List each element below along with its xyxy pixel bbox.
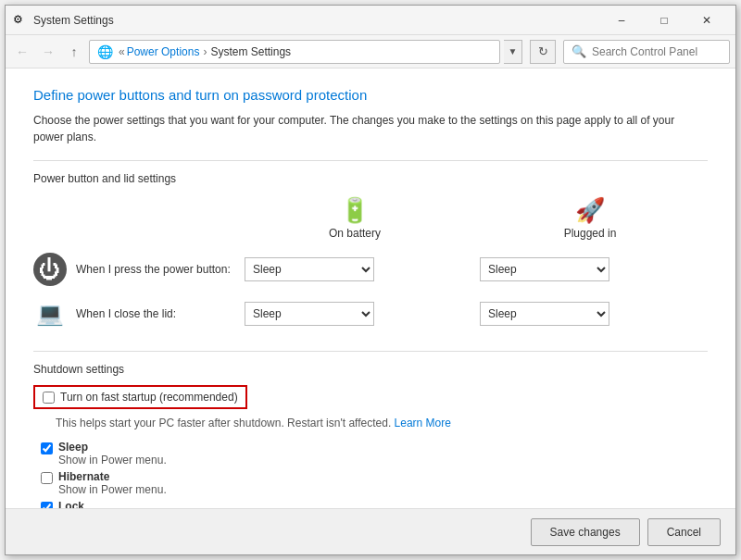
sleep-row: Sleep Show in Power menu.: [41, 441, 708, 467]
lock-label[interactable]: Lock: [58, 500, 210, 508]
lid-icon: 💻: [33, 297, 67, 330]
hibernate-row: Hibernate Show in Power menu.: [41, 470, 708, 496]
maximize-button[interactable]: □: [643, 6, 685, 35]
back-button[interactable]: ←: [11, 41, 33, 63]
column-battery-header: 🔋 On battery: [237, 196, 472, 247]
lid-label: When I close the lid:: [76, 307, 176, 320]
breadcrumb-arrow: ›: [203, 45, 207, 58]
lock-checkbox[interactable]: [41, 502, 53, 508]
search-input[interactable]: [592, 45, 731, 58]
shutdown-section: Shutdown settings Turn on fast startup (…: [33, 363, 708, 508]
refresh-button[interactable]: ↻: [530, 40, 556, 64]
search-icon: 🔍: [571, 44, 586, 58]
power-button-plugged-cell: Sleep Hibernate Shut down Do nothing: [472, 247, 708, 292]
breadcrumb-globe-icon: 🌐: [97, 44, 113, 59]
sleep-desc: Show in Power menu.: [58, 454, 167, 467]
address-dropdown-button[interactable]: ▼: [504, 40, 522, 64]
lid-plugged-cell: Sleep Hibernate Shut down Do nothing: [472, 292, 708, 336]
hibernate-desc: Show in Power menu.: [58, 483, 167, 496]
column-plugged-header: 🚀 Plugged in: [472, 196, 708, 247]
fast-startup-checkbox[interactable]: [43, 392, 55, 404]
close-button[interactable]: ✕: [685, 6, 728, 35]
system-settings-link: System Settings: [210, 45, 291, 58]
battery-icon: 🔋: [237, 196, 472, 225]
sleep-label[interactable]: Sleep: [58, 441, 167, 454]
fast-startup-label[interactable]: Turn on fast startup (recommended): [60, 391, 238, 404]
search-box: 🔍: [563, 40, 730, 64]
shutdown-section-title: Shutdown settings: [33, 363, 708, 376]
sleep-checkbox[interactable]: [41, 442, 53, 454]
page-description: Choose the power settings that you want …: [33, 112, 708, 145]
breadcrumb-sep1: «: [119, 45, 125, 58]
lid-battery-select[interactable]: Sleep Hibernate Shut down Do nothing: [245, 302, 374, 326]
window-controls: – □ ✕: [600, 6, 728, 35]
forward-button[interactable]: →: [37, 41, 59, 63]
title-bar: ⚙ System Settings – □ ✕: [6, 6, 735, 35]
minimize-button[interactable]: –: [600, 6, 643, 35]
cancel-button[interactable]: Cancel: [647, 518, 721, 546]
power-button-battery-select[interactable]: Sleep Hibernate Shut down Do nothing: [245, 257, 374, 281]
up-button[interactable]: ↑: [63, 41, 85, 63]
window-title: System Settings: [33, 14, 600, 27]
section-divider: [33, 160, 708, 161]
footer: Save changes Cancel: [6, 508, 735, 554]
hibernate-content: Hibernate Show in Power menu.: [58, 470, 167, 496]
sleep-content: Sleep Show in Power menu.: [58, 441, 167, 467]
save-changes-button[interactable]: Save changes: [531, 518, 640, 546]
lock-content: Lock Show in account picture menu.: [58, 500, 210, 508]
shutdown-divider: [33, 351, 708, 352]
hibernate-label[interactable]: Hibernate: [58, 470, 167, 483]
power-button-plugged-select[interactable]: Sleep Hibernate Shut down Do nothing: [480, 257, 609, 281]
window-icon: ⚙: [13, 13, 28, 28]
learn-more-link[interactable]: Learn More: [395, 417, 451, 429]
lock-row: Lock Show in account picture menu.: [41, 500, 708, 508]
table-row-lid: 💻 When I close the lid: Sleep Hibernate …: [33, 292, 708, 336]
plug-icon: 🚀: [472, 196, 708, 225]
power-settings-section-title: Power button and lid settings: [33, 172, 708, 185]
page-heading: Define power buttons and turn on passwor…: [33, 87, 708, 103]
power-button-label: When I press the power button:: [76, 263, 231, 276]
power-button-icon: ⏻: [33, 253, 67, 286]
power-settings-table: 🔋 On battery 🚀 Plugged in ⏻ When I press…: [33, 196, 708, 336]
lid-plugged-select[interactable]: Sleep Hibernate Shut down Do nothing: [480, 302, 609, 326]
address-bar: ← → ↑ 🌐 « Power Options › System Setting…: [6, 35, 735, 68]
main-content: Define power buttons and turn on passwor…: [6, 68, 735, 508]
power-options-link[interactable]: Power Options: [127, 45, 200, 58]
table-row-power-button: ⏻ When I press the power button: Sleep H…: [33, 247, 708, 292]
lid-battery-cell: Sleep Hibernate Shut down Do nothing: [237, 292, 472, 336]
fast-startup-highlight: Turn on fast startup (recommended): [33, 385, 247, 409]
hibernate-checkbox[interactable]: [41, 472, 53, 484]
power-button-battery-cell: Sleep Hibernate Shut down Do nothing: [237, 247, 472, 292]
address-path[interactable]: 🌐 « Power Options › System Settings: [89, 40, 500, 64]
main-window: ⚙ System Settings – □ ✕ ← → ↑ 🌐 « Power …: [5, 5, 736, 555]
fast-startup-description: This helps start your PC faster after sh…: [56, 415, 708, 431]
